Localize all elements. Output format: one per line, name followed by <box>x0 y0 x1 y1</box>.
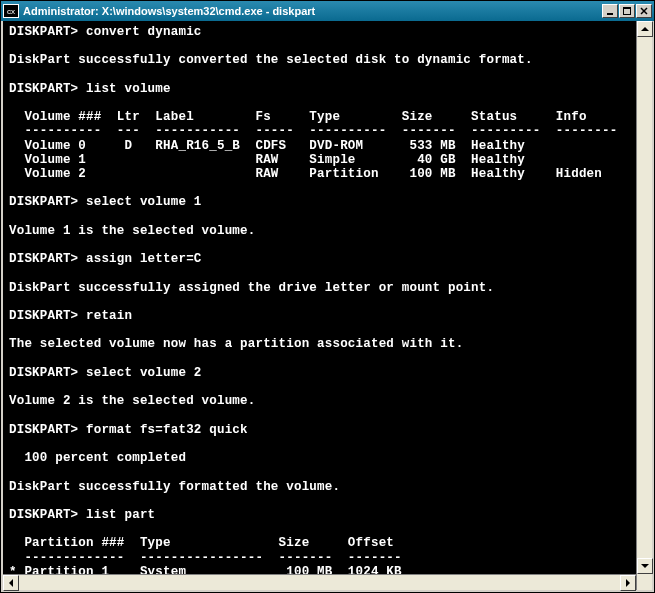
scroll-right-button[interactable] <box>620 575 636 591</box>
svg-marker-8 <box>626 579 630 587</box>
console-line: DISKPART> list volume <box>9 82 171 96</box>
scroll-track-horizontal[interactable] <box>19 575 620 590</box>
console-line: Volume ### Ltr Label Fs Type Size Status… <box>9 110 587 124</box>
scroll-track-vertical[interactable] <box>637 37 652 558</box>
scroll-left-button[interactable] <box>3 575 19 591</box>
console-line: Volume 0 D RHA_R16_5_B CDFS DVD-ROM 533 … <box>9 139 525 153</box>
scrollbar-corner <box>636 574 652 590</box>
maximize-button[interactable] <box>619 4 635 18</box>
console-line: ------------- ---------------- ------- -… <box>9 551 402 565</box>
svg-marker-5 <box>641 27 649 31</box>
svg-rect-2 <box>623 7 631 9</box>
console-line: Volume 2 RAW Partition 100 MB Healthy Hi… <box>9 167 602 181</box>
console-line: ---------- --- ----------- ----- -------… <box>9 124 617 138</box>
client-area: DISKPART> convert dynamic DiskPart succe… <box>1 21 654 592</box>
window-buttons <box>602 4 652 18</box>
vertical-scrollbar[interactable] <box>636 21 652 574</box>
scroll-down-button[interactable] <box>637 558 653 574</box>
console-line: Partition ### Type Size Offset <box>9 536 394 550</box>
svg-marker-7 <box>9 579 13 587</box>
horizontal-scrollbar[interactable] <box>3 574 636 590</box>
console-line: DISKPART> assign letter=C <box>9 252 202 266</box>
scroll-up-button[interactable] <box>637 21 653 37</box>
console-line: DISKPART> list part <box>9 508 155 522</box>
titlebar[interactable]: cx Administrator: X:\windows\system32\cm… <box>1 1 654 21</box>
svg-marker-6 <box>641 564 649 568</box>
minimize-button[interactable] <box>602 4 618 18</box>
console-output[interactable]: DISKPART> convert dynamic DiskPart succe… <box>3 21 636 574</box>
console-line: DISKPART> convert dynamic <box>9 25 202 39</box>
window-title: Administrator: X:\windows\system32\cmd.e… <box>23 5 602 17</box>
console-line: Volume 1 RAW Simple 40 GB Healthy <box>9 153 525 167</box>
console-line: DISKPART> select volume 2 <box>9 366 202 380</box>
console-line: DiskPart successfully formatted the volu… <box>9 480 340 494</box>
console-line: Volume 2 is the selected volume. <box>9 394 255 408</box>
console-line: Volume 1 is the selected volume. <box>9 224 255 238</box>
console-line: DISKPART> select volume 1 <box>9 195 202 209</box>
close-button[interactable] <box>636 4 652 18</box>
console-line: 100 percent completed <box>9 451 186 465</box>
console-line: DiskPart successfully converted the sele… <box>9 53 533 67</box>
console-line: DISKPART> retain <box>9 309 132 323</box>
console-line: * Partition 1 System 100 MB 1024 KB <box>9 565 402 574</box>
console-line: DISKPART> format fs=fat32 quick <box>9 423 248 437</box>
console-line: The selected volume now has a partition … <box>9 337 463 351</box>
svg-rect-0 <box>607 13 613 15</box>
console-line: DiskPart successfully assigned the drive… <box>9 281 494 295</box>
window-frame: cx Administrator: X:\windows\system32\cm… <box>0 0 655 593</box>
console-icon: cx <box>3 4 19 18</box>
